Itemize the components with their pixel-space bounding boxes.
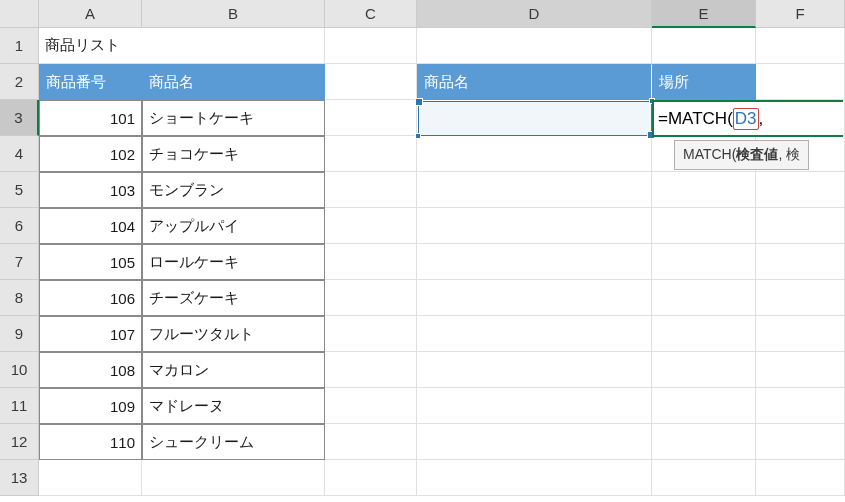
cell-E6[interactable] (652, 208, 756, 244)
cell-E9[interactable] (652, 316, 756, 352)
col-header-D[interactable]: D (417, 0, 652, 28)
cell-A1[interactable]: 商品リスト (39, 28, 325, 64)
cell-F7[interactable] (756, 244, 845, 280)
cell-D6[interactable] (417, 208, 652, 244)
formula-comma: , (759, 109, 764, 129)
cell-C9[interactable] (325, 316, 417, 352)
col-header-C[interactable]: C (325, 0, 417, 28)
cell-C13[interactable] (325, 460, 417, 496)
cell-B3[interactable]: ショートケーキ (142, 100, 325, 136)
row-header-9[interactable]: 9 (0, 316, 39, 352)
cell-D10[interactable] (417, 352, 652, 388)
cell-C12[interactable] (325, 424, 417, 460)
cell-E11[interactable] (652, 388, 756, 424)
row-header-13[interactable]: 13 (0, 460, 39, 496)
cell-E2[interactable]: 場所 (652, 64, 756, 100)
row-header-12[interactable]: 12 (0, 424, 39, 460)
cell-E8[interactable] (652, 280, 756, 316)
row-header-3[interactable]: 3 (0, 100, 39, 136)
col-header-E[interactable]: E (652, 0, 756, 28)
row-header-6[interactable]: 6 (0, 208, 39, 244)
cell-C3[interactable] (325, 100, 417, 136)
cell-B10[interactable]: マカロン (142, 352, 325, 388)
cell-C6[interactable] (325, 208, 417, 244)
cell-B13[interactable] (142, 460, 325, 496)
cell-B4[interactable]: チョコケーキ (142, 136, 325, 172)
cell-B7[interactable]: ロールケーキ (142, 244, 325, 280)
cell-D3[interactable] (417, 100, 652, 136)
cell-D9[interactable] (417, 316, 652, 352)
cell-D2[interactable]: 商品名 (417, 64, 652, 100)
cell-F9[interactable] (756, 316, 845, 352)
cell-B5[interactable]: モンブラン (142, 172, 325, 208)
cell-B6[interactable]: アップルパイ (142, 208, 325, 244)
cell-E12[interactable] (652, 424, 756, 460)
spreadsheet-grid[interactable]: A B C D E F 1 商品リスト 2 商品番号 商品名 商品名 場所 3 … (0, 0, 845, 496)
col-header-F[interactable]: F (756, 0, 845, 28)
row-header-7[interactable]: 7 (0, 244, 39, 280)
cell-A4[interactable]: 102 (39, 136, 142, 172)
cell-F11[interactable] (756, 388, 845, 424)
cell-A11[interactable]: 109 (39, 388, 142, 424)
cell-A10[interactable]: 108 (39, 352, 142, 388)
tooltip-arg1: 検査値 (736, 146, 778, 162)
cell-C10[interactable] (325, 352, 417, 388)
cell-C4[interactable] (325, 136, 417, 172)
formula-equals: = (658, 109, 668, 129)
cell-D5[interactable] (417, 172, 652, 208)
row-header-11[interactable]: 11 (0, 388, 39, 424)
cell-A7[interactable]: 105 (39, 244, 142, 280)
col-header-A[interactable]: A (39, 0, 142, 28)
cell-F13[interactable] (756, 460, 845, 496)
row-header-10[interactable]: 10 (0, 352, 39, 388)
cell-F1[interactable] (756, 28, 845, 64)
cell-E13[interactable] (652, 460, 756, 496)
cell-E1[interactable] (652, 28, 756, 64)
col-header-B[interactable]: B (142, 0, 325, 28)
row-header-8[interactable]: 8 (0, 280, 39, 316)
cell-A3[interactable]: 101 (39, 100, 142, 136)
row-header-1[interactable]: 1 (0, 28, 39, 64)
cell-C7[interactable] (325, 244, 417, 280)
cell-C2[interactable] (325, 64, 417, 100)
cell-E10[interactable] (652, 352, 756, 388)
cell-D11[interactable] (417, 388, 652, 424)
formula-input-e3[interactable]: =MATCH(D3, (652, 100, 843, 137)
cell-F6[interactable] (756, 208, 845, 244)
cell-A9[interactable]: 107 (39, 316, 142, 352)
cell-A6[interactable]: 104 (39, 208, 142, 244)
cell-C11[interactable] (325, 388, 417, 424)
cell-B2[interactable]: 商品名 (142, 64, 325, 100)
cell-C8[interactable] (325, 280, 417, 316)
select-all-corner[interactable] (0, 0, 39, 28)
tooltip-rest: , 検 (778, 146, 800, 162)
cell-F2[interactable] (756, 64, 845, 100)
cell-F8[interactable] (756, 280, 845, 316)
cell-D1[interactable] (417, 28, 652, 64)
cell-A12[interactable]: 110 (39, 424, 142, 460)
row-header-5[interactable]: 5 (0, 172, 39, 208)
cell-D7[interactable] (417, 244, 652, 280)
cell-E5[interactable] (652, 172, 756, 208)
cell-B8[interactable]: チーズケーキ (142, 280, 325, 316)
cell-F10[interactable] (756, 352, 845, 388)
row-header-2[interactable]: 2 (0, 64, 39, 100)
cell-A8[interactable]: 106 (39, 280, 142, 316)
cell-A5[interactable]: 103 (39, 172, 142, 208)
cell-D4[interactable] (417, 136, 652, 172)
cell-B9[interactable]: フルーツタルト (142, 316, 325, 352)
cell-C1[interactable] (325, 28, 417, 64)
cell-D12[interactable] (417, 424, 652, 460)
cell-A13[interactable] (39, 460, 142, 496)
cell-A2[interactable]: 商品番号 (39, 64, 142, 100)
cell-C5[interactable] (325, 172, 417, 208)
cell-D8[interactable] (417, 280, 652, 316)
cell-F5[interactable] (756, 172, 845, 208)
cell-B12[interactable]: シュークリーム (142, 424, 325, 460)
cell-F12[interactable] (756, 424, 845, 460)
cell-D13[interactable] (417, 460, 652, 496)
formula-cell-ref: D3 (733, 108, 759, 130)
cell-B11[interactable]: マドレーヌ (142, 388, 325, 424)
row-header-4[interactable]: 4 (0, 136, 39, 172)
cell-E7[interactable] (652, 244, 756, 280)
